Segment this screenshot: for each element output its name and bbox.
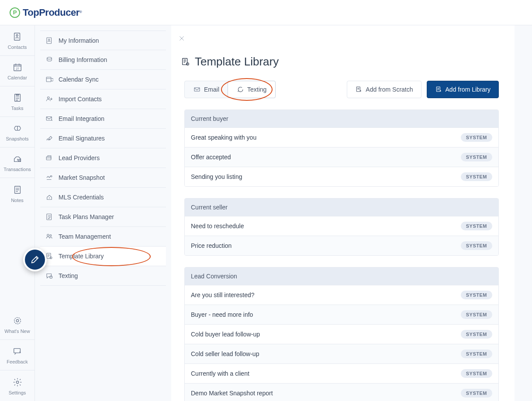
template-row[interactable]: Great speaking with youSYSTEM — [185, 127, 498, 147]
toolbar: Email Texting Add from Scratch Add from … — [184, 81, 499, 98]
settings-item-label: Import Contacts — [59, 96, 102, 103]
svg-rect-27 — [194, 88, 200, 91]
template-row[interactable]: Offer acceptedSYSTEM — [185, 147, 498, 167]
nav-snapshots[interactable]: Snapshots — [0, 117, 35, 147]
template-group-header: Lead Conversion — [185, 267, 498, 285]
settings-item-my-information[interactable]: My Information — [40, 31, 166, 50]
settings-item-label: Billing Information — [59, 56, 107, 63]
nav-contacts[interactable]: Contacts — [0, 25, 35, 56]
calendar-icon: 27 — [12, 62, 23, 73]
template-name: Are you still interested? — [191, 291, 255, 298]
mls-icon — [45, 193, 53, 201]
tab-texting[interactable]: Texting — [228, 81, 276, 98]
system-badge: SYSTEM — [461, 350, 492, 358]
settings-item-import-contacts[interactable]: Import Contacts — [40, 89, 166, 109]
svg-point-24 — [50, 276, 52, 278]
template-name: Need to reschedule — [191, 223, 244, 230]
system-badge: SYSTEM — [461, 222, 492, 230]
template-row[interactable]: Currently with a clientSYSTEM — [185, 363, 498, 383]
system-badge: SYSTEM — [461, 241, 492, 250]
add-from-library-button[interactable]: Add from Library — [427, 81, 499, 98]
svg-rect-9 — [14, 349, 20, 353]
chat-icon — [237, 86, 244, 93]
svg-point-1 — [16, 34, 18, 36]
calendar-sync-icon — [45, 75, 53, 83]
nav-tasks[interactable]: Tasks — [0, 86, 35, 117]
doc-plus-icon — [355, 86, 362, 93]
svg-point-26 — [187, 62, 189, 65]
page-title: Template Library — [195, 55, 279, 69]
template-name: Demo Market Snapshot report — [191, 390, 273, 397]
nav-transactions[interactable]: Transactions — [0, 147, 35, 178]
settings-item-label: Template Library — [59, 253, 104, 260]
content-pane: Template Library Email Texting Add from … — [171, 25, 515, 401]
svg-point-23 — [50, 257, 52, 259]
template-group-header: Current buyer — [185, 110, 498, 127]
transactions-icon — [12, 153, 23, 165]
add-from-scratch-button[interactable]: Add from Scratch — [347, 81, 421, 98]
team-icon — [45, 233, 53, 240]
svg-rect-16 — [46, 117, 52, 120]
svg-rect-11 — [47, 38, 52, 44]
settings-item-label: Email Integration — [59, 115, 104, 122]
system-badge: SYSTEM — [461, 133, 492, 142]
svg-point-15 — [48, 97, 50, 99]
snapshots-icon — [12, 123, 23, 134]
template-row[interactable]: Cold buyer lead follow-upSYSTEM — [185, 324, 498, 344]
billing-icon — [45, 56, 53, 64]
settings-item-label: Market Snapshot — [59, 174, 105, 181]
settings-item-label: Team Management — [59, 233, 111, 240]
settings-item-mls-credentials[interactable]: MLS Credentials — [40, 188, 166, 207]
settings-item-lead-providers[interactable]: Lead Providers — [40, 148, 166, 168]
settings-item-email-integration[interactable]: Email Integration — [40, 109, 166, 129]
template-row[interactable]: Sending you listingSYSTEM — [185, 167, 498, 186]
template-name: Currently with a client — [191, 370, 249, 377]
notes-icon — [12, 184, 23, 195]
tasks-icon — [12, 92, 23, 103]
right-gutter — [515, 25, 532, 401]
template-row[interactable]: Need to rescheduleSYSTEM — [185, 216, 498, 236]
template-row[interactable]: Buyer - need more infoSYSTEM — [185, 305, 498, 324]
template-row[interactable]: Demo Market Snapshot reportSYSTEM — [185, 383, 498, 401]
system-badge: SYSTEM — [461, 291, 492, 299]
settings-item-texting[interactable]: Texting — [40, 266, 166, 286]
settings-item-team-management[interactable]: Team Management — [40, 227, 166, 247]
lead-providers-icon — [45, 154, 53, 162]
settings-item-market-snapshot[interactable]: Market Snapshot — [40, 168, 166, 188]
nav-notes[interactable]: Notes — [0, 178, 35, 209]
doc-library-icon — [435, 86, 442, 93]
template-row[interactable]: Are you still interested?SYSTEM — [185, 285, 498, 305]
template-name: Cold buyer lead follow-up — [191, 331, 260, 338]
template-row[interactable]: Cold seller lead follow-upSYSTEM — [185, 344, 498, 363]
svg-text:27: 27 — [16, 67, 19, 70]
nav-rail: Contacts 27 Calendar Tasks Snapshots Tra… — [0, 25, 35, 401]
settings-item-calendar-sync[interactable]: Calendar Sync — [40, 70, 166, 89]
compose-fab[interactable] — [23, 248, 47, 271]
settings-item-billing[interactable]: Billing Information — [40, 50, 166, 70]
settings-item-label: Lead Providers — [59, 154, 100, 161]
settings-item-template-library[interactable]: Template Library — [40, 247, 166, 266]
template-group: Current sellerNeed to rescheduleSYSTEMPr… — [184, 198, 499, 256]
system-badge: SYSTEM — [461, 389, 492, 398]
nav-calendar[interactable]: 27 Calendar — [0, 56, 35, 86]
page-title-row: Template Library — [181, 55, 499, 69]
feedback-icon — [12, 346, 23, 357]
svg-point-12 — [48, 39, 50, 40]
brand-logo: P TopProducer® — [10, 7, 82, 18]
settings-item-label: Email Signatures — [59, 135, 105, 142]
template-row[interactable]: Price reductionSYSTEM — [185, 236, 498, 255]
svg-point-20 — [47, 234, 49, 236]
nav-settings[interactable]: Settings — [0, 370, 35, 401]
svg-rect-14 — [46, 77, 51, 82]
nav-feedback[interactable]: Feedback — [0, 340, 35, 370]
settings-item-email-signatures[interactable]: Email Signatures — [40, 129, 166, 148]
settings-item-task-plans[interactable]: Task Plans Manager — [40, 207, 166, 227]
close-button[interactable] — [176, 33, 187, 44]
nav-whats-new[interactable]: What's New — [0, 309, 35, 340]
system-badge: SYSTEM — [461, 172, 492, 181]
tab-email[interactable]: Email — [185, 81, 228, 98]
task-plans-icon — [45, 213, 53, 221]
svg-point-18 — [51, 176, 52, 177]
template-group-header: Current seller — [185, 199, 498, 216]
svg-rect-17 — [46, 157, 51, 160]
